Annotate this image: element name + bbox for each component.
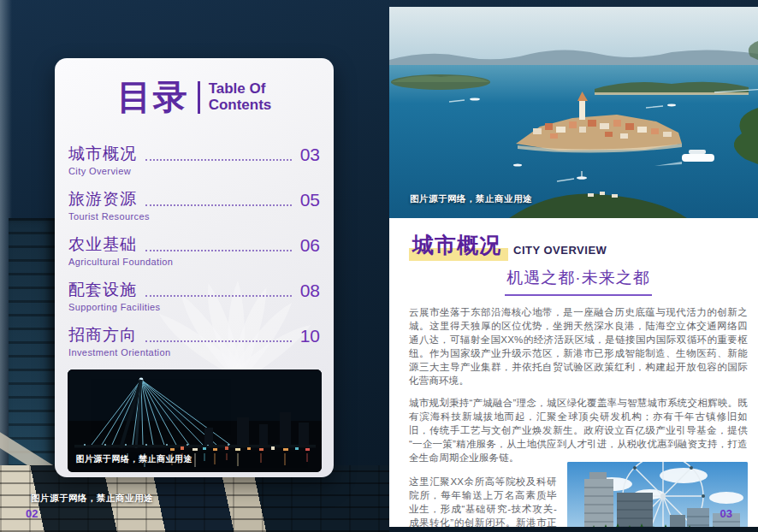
body-paragraph-3: 这里汇聚XX余所高等院校及科研院所，每年输送上万名高素质毕业生，形成“基础研究-…	[409, 475, 557, 527]
page-number-right: 03	[720, 507, 732, 520]
toc-header: 目录 Table Of Contents	[55, 74, 334, 121]
coastal-panorama-illustration	[389, 7, 758, 218]
toc-item-supporting-facilities[interactable]: 配套设施 08 Supporting Facilities	[68, 279, 320, 312]
toc-item-investment-orientation[interactable]: 招商方向 10 Investment Orientation	[68, 324, 320, 358]
toc-item-label-en: Supporting Facilities	[68, 302, 320, 312]
body-text: 云展市坐落于东部沿海核心地带，是一座融合历史底蕴与现代活力的创新之城。这里得天独…	[409, 305, 748, 527]
toc-item-label-cn: 农业基础	[68, 233, 137, 256]
dotted-leader	[145, 295, 292, 297]
brochure-spread: 图片源于网络，禁止商业用途 02 目录 Table Of	[0, 0, 758, 532]
toc-item-agricultural-foundation[interactable]: 农业基础 06 Agricultural Foundation	[68, 233, 320, 267]
right-page-content: 城市概况 CITY OVERVIEW 机遇之都·未来之都 云展市坐落于东部沿海核…	[389, 231, 758, 527]
toc-item-label-cn: 城市概况	[68, 143, 137, 165]
right-page: 图片源于网络，禁止商业用途 城市概况 CITY OVERVIEW 机遇之都·未来…	[389, 7, 758, 527]
toc-item-label-cn: 配套设施	[68, 279, 137, 301]
toc-title-english: Table Of Contents	[209, 81, 272, 113]
body-paragraph-1: 云展市坐落于东部沿海核心地带，是一座融合历史底蕴与现代活力的创新之城。这里得天独…	[409, 305, 748, 387]
toc-item-page: 08	[300, 281, 320, 301]
toc-item-label-en: Investment Orientation	[68, 347, 320, 358]
toc-item-label-en: City Overview	[68, 166, 320, 176]
dotted-leader	[145, 340, 292, 342]
dotted-leader	[145, 250, 292, 251]
section-header: 城市概况 CITY OVERVIEW	[409, 231, 748, 261]
toc-item-label-cn: 招商方向	[68, 324, 137, 346]
toc-item-label-cn: 旅游资源	[68, 188, 137, 210]
toc-item-label-en: Agricultural Foundation	[68, 257, 320, 267]
subtitle-underline	[505, 294, 652, 296]
toc-title-en-line1: Table Of	[209, 81, 272, 97]
section-title-english: CITY OVERVIEW	[513, 244, 607, 257]
toc-title-divider	[198, 81, 200, 114]
image-disclaimer-caption: 图片源于网络，禁止商业用途	[76, 453, 193, 465]
toc-item-page: 03	[300, 145, 320, 165]
section-subtitle: 机遇之都·未来之都	[506, 269, 649, 287]
toc-item-page: 06	[300, 235, 320, 256]
toc-item-label-en: Tourist Resources	[68, 211, 320, 222]
toc-item-page: 05	[300, 190, 320, 210]
toc-title-chinese: 目录	[117, 74, 189, 121]
bridge-night-photo: 图片源于网络，禁止商业用途	[68, 369, 322, 472]
toc-title-en-line2: Contents	[209, 98, 272, 113]
section-subtitle-wrap: 机遇之都·未来之都	[409, 267, 748, 296]
table-of-contents-card: 目录 Table Of Contents 城市概况 03 City Overvi…	[55, 58, 334, 477]
toc-item-page: 10	[300, 326, 320, 346]
coastal-panorama-photo: 图片源于网络，禁止商业用途	[389, 7, 758, 218]
toc-item-tourist-resources[interactable]: 旅游资源 05 Tourist Resources	[68, 188, 320, 222]
image-disclaimer-caption: 图片源于网络，禁止商业用途	[31, 493, 153, 505]
dotted-leader	[145, 159, 292, 161]
toc-list: 城市概况 03 City Overview 旅游资源 05 Tourist Re…	[68, 143, 320, 358]
page-number-left: 02	[26, 507, 38, 520]
image-disclaimer-caption: 图片源于网络，禁止商业用途	[410, 193, 532, 205]
body-paragraph-2: 城市规划秉持“产城融合”理念，城区绿化覆盖率与智慧城市系统交相辉映。既有滨海科技…	[409, 396, 748, 464]
toc-item-city-overview[interactable]: 城市概况 03 City Overview	[68, 143, 320, 176]
left-page: 图片源于网络，禁止商业用途 02 目录 Table Of	[0, 0, 389, 532]
dotted-leader	[145, 204, 292, 206]
section-title-chinese: 城市概况	[409, 231, 508, 261]
